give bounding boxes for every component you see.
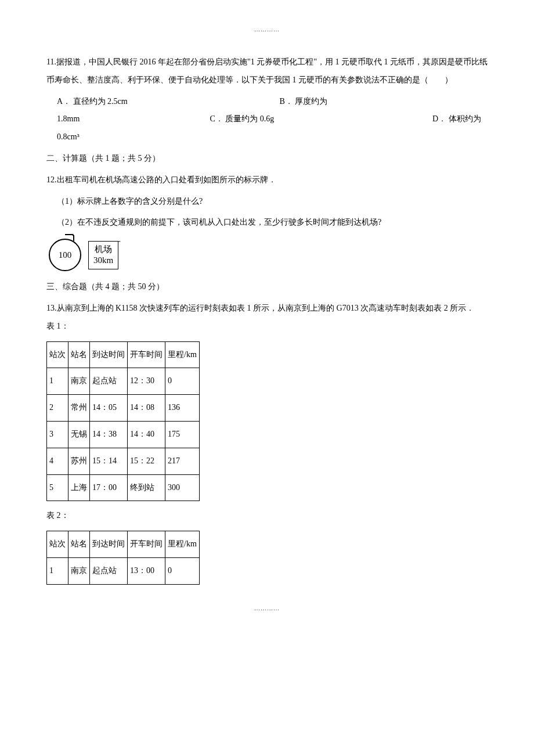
- table-cell: 1: [47, 557, 68, 584]
- destination-sign: ╶ 机场 30km: [88, 241, 118, 269]
- table-cell: 15：14: [90, 448, 128, 474]
- table-cell: 15：22: [128, 448, 165, 474]
- table-cell: 136: [165, 395, 200, 422]
- sign-pole-icon: ╶: [116, 238, 120, 245]
- table-cell: 17：00: [90, 474, 128, 501]
- table-cell: 5: [47, 474, 68, 501]
- table-cell: 3: [47, 421, 68, 448]
- table-cell: 14：40: [128, 421, 165, 448]
- q12-part1: （1）标示牌上各数字的含义分别是什么?: [46, 193, 488, 211]
- table-cell: 12：30: [128, 368, 165, 395]
- destination-distance: 30km: [93, 255, 113, 265]
- table-1: 站次 站名 到达时间 开车时间 里程/km 1 南京 起点站 12：30 0 2…: [46, 341, 200, 502]
- speed-limit-value: 100: [59, 251, 72, 260]
- table-cell: 14：38: [90, 421, 128, 448]
- table-row: 站次 站名 到达时间 开车时间 里程/km: [47, 341, 200, 368]
- table-head-cell: 到达时间: [90, 531, 128, 558]
- q12-text: 12.出租车司机在机场高速公路的入口处看到如图所示的标示牌．: [46, 171, 488, 189]
- table-cell: 南京: [68, 368, 90, 395]
- speed-limit-sign: 100: [49, 239, 81, 271]
- table-cell: 起点站: [90, 557, 128, 584]
- table-cell: 南京: [68, 557, 90, 584]
- q11-option-d: D． 体积约为: [432, 114, 481, 123]
- table-row: 4 苏州 15：14 15：22 217: [47, 448, 200, 474]
- q11-options-row2: 1.8mm C． 质量约为 0.6g D． 体积约为: [46, 110, 488, 128]
- table-cell: 217: [165, 448, 200, 474]
- table-head-cell: 里程/km: [165, 341, 200, 368]
- table-cell: 无锡: [68, 421, 90, 448]
- q11-option-a: A． 直径约为 2.5cm: [57, 93, 277, 111]
- table-2: 站次 站名 到达时间 开车时间 里程/km 1 南京 起点站 13：00 0: [46, 531, 200, 585]
- table-cell: 苏州: [68, 448, 90, 474]
- table-cell: 上海: [68, 474, 90, 501]
- table-head-cell: 站次: [47, 531, 68, 558]
- q11-text: 11.据报道，中国人民银行 2016 年起在部分省份启动实施"1 元券硬币化工程…: [46, 53, 488, 89]
- sign-pole-icon: [65, 234, 74, 241]
- q11-option-b: B． 厚度约为: [280, 97, 328, 106]
- table-cell: 终到站: [128, 474, 165, 501]
- table-cell: 13：00: [128, 557, 165, 584]
- table-2-caption: 表 2：: [46, 507, 488, 525]
- table-cell: 常州: [68, 395, 90, 422]
- q11-options-row1: A． 直径约为 2.5cm B． 厚度约为: [46, 93, 488, 111]
- q11-options-row3: 0.8cm³: [46, 128, 488, 146]
- section-3-title: 三、综合题（共 4 题；共 50 分）: [46, 278, 488, 296]
- table-cell: 0: [165, 368, 200, 395]
- table-head-cell: 开车时间: [128, 531, 165, 558]
- table-cell: 14：05: [90, 395, 128, 422]
- table-head-cell: 站名: [68, 531, 90, 558]
- table-head-cell: 到达时间: [90, 341, 128, 368]
- table-head-cell: 里程/km: [165, 531, 200, 558]
- table-cell: 2: [47, 395, 68, 422]
- page-top-decor: …………: [46, 23, 488, 36]
- table-cell: 1: [47, 368, 68, 395]
- road-signs: 100 ╶ 机场 30km: [49, 239, 118, 271]
- q13-text: 13.从南京到上海的 K1158 次快速列车的运行时刻表如表 1 所示，从南京到…: [46, 300, 488, 336]
- table-cell: 4: [47, 448, 68, 474]
- table-row: 2 常州 14：05 14：08 136: [47, 395, 200, 422]
- document-page: ………… 11.据报道，中国人民银行 2016 年起在部分省份启动实施"1 元券…: [0, 0, 534, 638]
- table-row: 5 上海 17：00 终到站 300: [47, 474, 200, 501]
- section-2-title: 二、计算题（共 1 题；共 5 分）: [46, 150, 488, 168]
- table-head-cell: 开车时间: [128, 341, 165, 368]
- table-row: 3 无锡 14：38 14：40 175: [47, 421, 200, 448]
- table-cell: 14：08: [128, 395, 165, 422]
- q11-option-d-cont: 0.8cm³: [57, 132, 80, 141]
- table-row: 站次 站名 到达时间 开车时间 里程/km: [47, 531, 200, 558]
- table-cell: 175: [165, 421, 200, 448]
- q12-part2: （2）在不违反交通规则的前提下，该司机从入口处出发，至少行驶多长时间才能到达机场…: [46, 214, 488, 232]
- page-bottom-decor: …………: [46, 602, 488, 615]
- table-cell: 300: [165, 474, 200, 501]
- q11-option-c: C． 质量约为 0.6g: [210, 110, 431, 128]
- destination-name: 机场: [95, 244, 112, 254]
- table-head-cell: 站名: [68, 341, 90, 368]
- table-row: 1 南京 起点站 13：00 0: [47, 557, 200, 584]
- q11-option-b-cont: 1.8mm: [57, 110, 208, 128]
- table-cell: 起点站: [90, 368, 128, 395]
- table-head-cell: 站次: [47, 341, 68, 368]
- table-cell: 0: [165, 557, 200, 584]
- table-row: 1 南京 起点站 12：30 0: [47, 368, 200, 395]
